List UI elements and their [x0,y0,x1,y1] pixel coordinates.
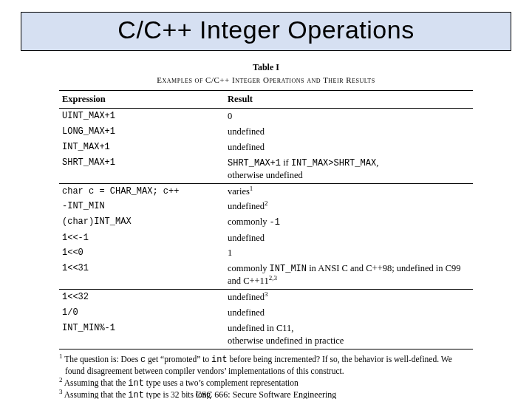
expr-cell: INT_MIN%-1 [59,321,225,349]
expr-cell: char c = CHAR_MAX; c++ [59,183,225,199]
result-cell: undefined [225,305,473,321]
result-cell: 0 [225,108,473,123]
table-row: UINT_MAX+1 0 [59,108,473,123]
operations-table: Expression Result UINT_MAX+1 0 LONG_MAX+… [59,90,473,349]
result-cell: undefined [225,231,473,246]
expr-cell: SHRT_MAX+1 [59,155,225,184]
result-cell: commonly INT_MIN in ANSI C and C++98; un… [225,261,473,290]
table-row: (char)INT_MAX commonly -1 [59,214,473,230]
slide-footer: CSC 666: Secure Software Engineering [0,389,532,399]
expr-cell: 1<<0 [59,245,225,261]
expr-cell: -INT_MIN [59,199,225,214]
footnote-2: 2 Assuming that the int type uses a two’… [59,378,473,389]
content-area: Table I Examples of C/C++ Integer Operat… [59,61,473,399]
table-row: -INT_MIN undefined2 [59,199,473,214]
result-cell: undefined2 [225,199,473,214]
title-bar: C/C++ Integer Operations [21,12,511,51]
result-cell: undefined [225,124,473,140]
table-header-row: Expression Result [59,91,473,109]
slide: C/C++ Integer Operations Table I Example… [0,12,532,399]
expr-cell: (char)INT_MAX [59,214,225,230]
result-cell: undefined in C11,otherwise undefined in … [225,321,473,349]
result-cell: 1 [225,245,473,261]
result-cell: varies1 [225,183,473,199]
table-row: INT_MIN%-1 undefined in C11,otherwise un… [59,321,473,349]
result-cell: undefined3 [225,290,473,305]
slide-title: C/C++ Integer Operations [21,16,511,44]
result-cell: SHRT_MAX+1 if INT_MAX>SHRT_MAX,otherwise… [225,155,473,184]
footnote-1: 1 The question is: Does c get “promoted”… [59,354,473,378]
expr-cell: UINT_MAX+1 [59,108,225,123]
result-cell: commonly -1 [225,214,473,230]
expr-cell: 1<<32 [59,290,225,305]
col-header-expression: Expression [59,91,225,109]
table-row: 1<<0 1 [59,245,473,261]
table-body: UINT_MAX+1 0 LONG_MAX+1 undefined INT_MA… [59,108,473,349]
expr-cell: 1<<-1 [59,231,225,246]
table-caption: Examples of C/C++ Integer Operations and… [59,75,473,86]
table-row: INT_MAX+1 undefined [59,140,473,155]
table-row: char c = CHAR_MAX; c++ varies1 [59,183,473,199]
expr-cell: 1/0 [59,305,225,321]
expr-cell: LONG_MAX+1 [59,124,225,140]
table-row: 1/0 undefined [59,305,473,321]
table-row: 1<<31 commonly INT_MIN in ANSI C and C++… [59,261,473,290]
table-row: LONG_MAX+1 undefined [59,124,473,140]
expr-cell: INT_MAX+1 [59,140,225,155]
table-row: 1<<-1 undefined [59,231,473,246]
result-cell: undefined [225,140,473,155]
table-row: SHRT_MAX+1 SHRT_MAX+1 if INT_MAX>SHRT_MA… [59,155,473,184]
table-label: Table I [59,61,473,73]
expr-cell: 1<<31 [59,261,225,290]
col-header-result: Result [225,91,473,109]
table-row: 1<<32 undefined3 [59,290,473,305]
